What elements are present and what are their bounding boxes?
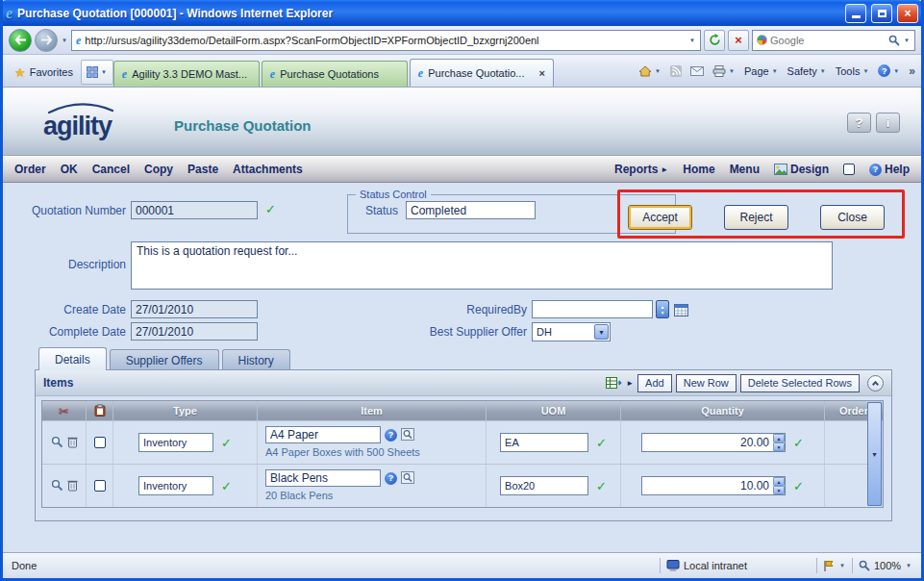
design-checkbox[interactable] [843, 164, 855, 175]
type-select[interactable]: Inventory ▼ [138, 476, 213, 495]
row-view-icon[interactable] [51, 436, 63, 450]
browser-window: e Purchase Quotation [000001] - Windows … [0, 0, 924, 581]
toolbar-menu-button[interactable]: Menu [730, 163, 760, 176]
url-dropdown-icon[interactable]: ▼ [688, 38, 696, 43]
overflow-chevron-icon[interactable]: » [909, 64, 915, 78]
maximize-button[interactable] [871, 4, 892, 23]
toolbar-reports-button[interactable]: Reports ► [614, 163, 668, 176]
tab-purchase-quotations[interactable]: e Purchase Quotations [262, 61, 408, 87]
history-dropdown-icon[interactable]: ▼ [61, 38, 68, 43]
tab-favicon: e [122, 68, 127, 80]
paste-icon[interactable] [94, 404, 106, 418]
row-select-checkbox[interactable] [94, 480, 106, 492]
export-arrow-icon[interactable]: ► [626, 379, 634, 388]
quantity-spinner[interactable]: ▲ ▼ [773, 477, 785, 494]
item-lookup-icon[interactable] [401, 471, 414, 486]
back-button[interactable] [9, 29, 32, 52]
toolbar-attachments-button[interactable]: Attachments [233, 163, 303, 176]
read-mail-button[interactable] [690, 66, 704, 76]
quantity-field[interactable] [641, 476, 786, 495]
feeds-button[interactable] [670, 65, 682, 77]
reject-button[interactable]: Reject [724, 205, 788, 230]
type-select[interactable]: Inventory ▼ [138, 433, 213, 452]
required-by-spinner[interactable]: ▲ ▼ [656, 300, 669, 318]
tab-details[interactable]: Details [38, 347, 107, 370]
tab-supplier-offers[interactable]: Supplier Offers [110, 349, 219, 370]
reports-label: Reports [614, 163, 658, 176]
status-field[interactable] [406, 201, 536, 219]
window-title: Purchase Quotation [000001] - Windows In… [17, 7, 840, 20]
row-delete-icon[interactable] [67, 436, 78, 450]
best-supplier-select[interactable]: DH ▼ [532, 322, 611, 341]
tab-agility-demo[interactable]: e Agility 3.3 DEMO Mast... [113, 61, 260, 87]
quick-tabs-button[interactable]: ▼ [81, 60, 113, 85]
collapse-panel-button[interactable] [867, 375, 884, 392]
required-by-field[interactable] [532, 300, 653, 318]
search-dropdown-icon[interactable]: ▼ [903, 38, 911, 43]
status-group-label: Status Control [356, 189, 431, 200]
close-action-button[interactable]: Close [820, 205, 885, 230]
row-view-icon[interactable] [51, 479, 63, 493]
cut-icon[interactable]: ✂ [59, 404, 69, 418]
phishing-filter-button[interactable]: ▼ [823, 560, 846, 572]
accept-button[interactable]: Accept [628, 205, 692, 230]
description-field[interactable]: This is a quotation request for... [131, 241, 833, 290]
security-zone[interactable]: Local intranet [666, 560, 747, 571]
required-by-control: ▲ ▼ [532, 300, 688, 318]
new-row-button[interactable]: New Row [676, 374, 737, 392]
row-delete-icon[interactable] [67, 479, 78, 493]
tab-close-icon[interactable]: × [538, 67, 544, 79]
search-input[interactable] [770, 35, 886, 46]
tab-history[interactable]: History [222, 349, 290, 370]
toolbar-order-button[interactable]: Order [14, 163, 46, 176]
forward-button[interactable] [35, 29, 58, 52]
uom-select[interactable]: EA ▼ [500, 433, 588, 452]
uom-select[interactable]: Box20 ▼ [500, 476, 588, 495]
minimize-icon [852, 15, 861, 18]
quotation-number-label: Quotation Number [7, 204, 126, 217]
refresh-button[interactable] [704, 30, 725, 51]
header-help-button[interactable]: ? [847, 113, 871, 133]
calendar-icon[interactable] [674, 303, 688, 316]
page-menu[interactable]: Page ▼ [744, 65, 779, 77]
search-icon[interactable] [888, 35, 900, 46]
print-button[interactable]: ▼ [712, 65, 736, 77]
quantity-spinner[interactable]: ▲ ▼ [773, 434, 785, 451]
item-help-icon[interactable]: ? [385, 429, 397, 442]
safety-menu[interactable]: Safety ▼ [787, 65, 827, 77]
item-field[interactable] [265, 469, 381, 487]
uom-valid-check-icon: ✓ [596, 436, 607, 450]
quotation-number-field[interactable] [131, 201, 258, 219]
type-valid-check-icon: ✓ [221, 436, 232, 450]
row-select-checkbox[interactable] [94, 437, 106, 448]
favorites-button[interactable]: ★ Favorites [7, 60, 81, 85]
item-lookup-icon[interactable] [401, 428, 414, 442]
browser-help-button[interactable]: ? ▼ [878, 64, 900, 77]
quantity-field[interactable] [641, 433, 786, 452]
item-field[interactable] [265, 426, 381, 443]
agility-logo: agility [43, 103, 114, 138]
close-window-button[interactable]: × [897, 4, 918, 23]
tools-menu[interactable]: Tools ▼ [836, 65, 870, 77]
url-input[interactable] [85, 35, 685, 46]
toolbar-copy-button[interactable]: Copy [144, 163, 173, 176]
zoom-control[interactable]: 100% ▼ [859, 560, 912, 571]
export-icon[interactable] [606, 376, 622, 390]
favorites-star-icon: ★ [14, 65, 26, 80]
home-button[interactable]: ▼ [638, 65, 662, 77]
toolbar-ok-button[interactable]: OK [61, 163, 78, 176]
toolbar-cancel-button[interactable]: Cancel [92, 163, 130, 176]
create-date-field[interactable] [131, 300, 258, 318]
item-help-icon[interactable]: ? [385, 472, 397, 485]
add-button[interactable]: Add [637, 374, 672, 392]
stop-button[interactable]: × [728, 30, 749, 51]
delete-rows-button[interactable]: Delete Selected Rows [740, 374, 860, 392]
header-info-button[interactable]: i [876, 113, 900, 133]
minimize-button[interactable] [845, 4, 866, 23]
toolbar-paste-button[interactable]: Paste [187, 163, 218, 176]
tab-purchase-quotation-active[interactable]: e Purchase Quotatio... × [410, 59, 554, 87]
toolbar-help-button[interactable]: ? Help [869, 163, 910, 176]
complete-date-field[interactable] [131, 322, 258, 341]
toolbar-design-button[interactable]: Design [774, 163, 829, 176]
toolbar-home-button[interactable]: Home [683, 163, 714, 176]
